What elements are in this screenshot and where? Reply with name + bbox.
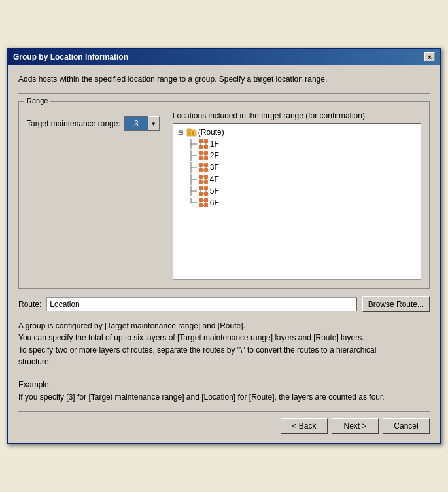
tree-connector — [186, 139, 197, 149]
separator — [18, 93, 430, 94]
next-button[interactable]: Next > — [332, 418, 379, 434]
svg-rect-0 — [187, 130, 196, 136]
svg-rect-19 — [204, 151, 208, 155]
dialog-footer: < Back Next > Cancel — [18, 418, 430, 436]
range-left: Target maintenance range: 3 ▼ — [27, 111, 160, 131]
footer-separator — [18, 411, 430, 412]
svg-rect-48 — [199, 186, 203, 190]
tree-connector — [186, 174, 197, 184]
browse-route-button[interactable]: Browse Route... — [362, 296, 430, 312]
back-button[interactable]: < Back — [281, 418, 328, 434]
node-icon — [198, 186, 209, 196]
route-row: Route: Browse Route... — [18, 296, 430, 312]
tree-child-item: 4F — [186, 173, 418, 185]
tree-child-label: 4F — [210, 175, 219, 184]
svg-rect-30 — [199, 168, 203, 172]
range-content: Target maintenance range: 3 ▼ Locations … — [27, 111, 421, 280]
range-group: Range Target maintenance range: 3 ▼ Loca… — [18, 101, 430, 289]
node-icon — [198, 162, 209, 173]
tree-child-label: 1F — [210, 139, 219, 149]
tree-child-label: 6F — [210, 198, 219, 207]
tree-child-label: 3F — [210, 163, 219, 172]
tree-root-item: ⊟ — [176, 126, 418, 138]
svg-rect-20 — [199, 156, 203, 160]
tree-child-item: 2F — [186, 150, 418, 162]
svg-rect-40 — [199, 180, 203, 184]
dropdown-wrapper: 3 ▼ — [124, 116, 160, 131]
svg-rect-8 — [199, 139, 203, 143]
dialog-body: Adds hosts within the specified location… — [8, 65, 440, 443]
svg-rect-61 — [204, 203, 208, 207]
svg-rect-28 — [199, 163, 203, 167]
node-icon — [198, 174, 209, 184]
tree-child-label: 5F — [210, 186, 219, 196]
svg-rect-41 — [204, 180, 208, 184]
svg-rect-10 — [199, 145, 203, 149]
tree-connector — [186, 162, 197, 173]
tree-child-item: 5F — [186, 185, 418, 197]
title-bar: Group by Location Information × — [8, 49, 440, 65]
svg-rect-49 — [204, 186, 208, 190]
node-icon — [198, 139, 209, 149]
svg-rect-3 — [188, 133, 190, 135]
svg-rect-58 — [199, 198, 203, 202]
svg-rect-60 — [199, 203, 203, 207]
target-maintenance-label: Target maintenance range: — [27, 119, 120, 128]
svg-rect-38 — [199, 175, 203, 179]
svg-point-4 — [192, 131, 194, 132]
svg-point-2 — [189, 131, 190, 132]
svg-rect-5 — [192, 133, 194, 135]
svg-rect-21 — [204, 156, 208, 160]
svg-rect-1 — [187, 129, 191, 130]
svg-rect-51 — [204, 192, 208, 196]
tree-children: 1F 2F 3F 4F 5F — [176, 138, 418, 209]
node-icon — [198, 150, 209, 161]
dropdown-arrow[interactable]: ▼ — [148, 116, 160, 131]
svg-rect-59 — [204, 198, 208, 202]
tree-connector — [186, 186, 197, 196]
dialog-title: Group by Location Information — [13, 52, 128, 62]
svg-rect-11 — [204, 145, 208, 149]
cancel-button[interactable]: Cancel — [383, 418, 430, 434]
tree-child-label: 2F — [210, 151, 219, 160]
target-value-display: 3 — [124, 116, 148, 131]
tree-child-item: 6F — [186, 197, 418, 209]
node-icon — [198, 198, 209, 208]
tree-expand-icon[interactable]: ⊟ — [176, 128, 185, 137]
svg-rect-31 — [204, 168, 208, 172]
route-input[interactable] — [46, 297, 356, 311]
info-text: A group is configured by [Target mainten… — [18, 320, 430, 403]
close-button[interactable]: × — [424, 52, 435, 62]
tree-child-item: 3F — [186, 162, 418, 173]
tree-root-label: (Route) — [198, 128, 224, 137]
tree-child-item: 1F — [186, 138, 418, 150]
tree-connector — [186, 198, 197, 208]
tree-connector — [186, 150, 197, 161]
folder-icon — [186, 127, 197, 137]
tree-panel[interactable]: ⊟ — [173, 123, 421, 280]
range-legend: Range — [24, 97, 50, 105]
route-label: Route: — [18, 300, 41, 309]
svg-rect-9 — [204, 139, 208, 143]
dialog-window: Group by Location Information × Adds hos… — [7, 48, 441, 444]
tree-root: ⊟ — [176, 126, 418, 209]
svg-rect-18 — [199, 151, 203, 155]
range-right: Locations included in the target range (… — [173, 111, 421, 280]
svg-rect-29 — [204, 163, 208, 167]
description-text: Adds hosts within the specified location… — [18, 74, 430, 85]
svg-rect-39 — [204, 175, 208, 179]
locations-label: Locations included in the target range (… — [173, 111, 421, 120]
svg-rect-50 — [199, 192, 203, 196]
